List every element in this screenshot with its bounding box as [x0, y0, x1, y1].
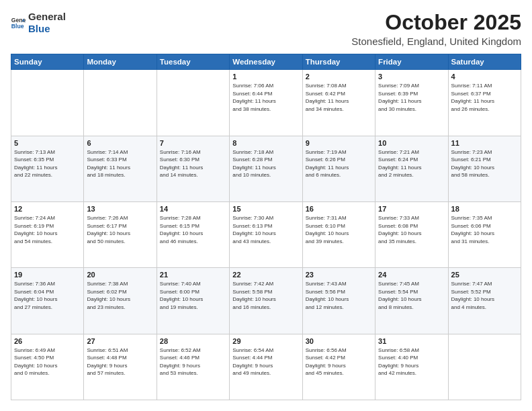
day-info: Sunrise: 7:18 AM Sunset: 6:28 PM Dayligh… [232, 148, 299, 179]
day-info: Sunrise: 6:54 AM Sunset: 4:44 PM Dayligh… [232, 347, 299, 377]
day-info: Sunrise: 6:49 AM Sunset: 4:50 PM Dayligh… [14, 347, 81, 377]
day-info: Sunrise: 7:42 AM Sunset: 5:58 PM Dayligh… [232, 280, 299, 311]
calendar-cell: 15Sunrise: 7:30 AM Sunset: 6:13 PM Dayli… [230, 201, 302, 267]
calendar-cell: 7Sunrise: 7:16 AM Sunset: 6:30 PM Daylig… [157, 136, 229, 201]
day-number: 16 [306, 205, 372, 213]
calendar-table: SundayMondayTuesdayWednesdayThursdayFrid… [11, 54, 521, 400]
calendar-cell: 18Sunrise: 7:35 AM Sunset: 6:06 PM Dayli… [448, 201, 521, 267]
day-info: Sunrise: 7:08 AM Sunset: 6:42 PM Dayligh… [306, 82, 372, 113]
calendar-cell: 26Sunrise: 6:49 AM Sunset: 4:50 PM Dayli… [11, 334, 84, 400]
day-info: Sunrise: 7:40 AM Sunset: 6:00 PM Dayligh… [160, 280, 226, 311]
calendar-cell: 9Sunrise: 7:19 AM Sunset: 6:26 PM Daylig… [302, 136, 375, 201]
calendar-cell: 12Sunrise: 7:24 AM Sunset: 6:19 PM Dayli… [11, 201, 84, 267]
calendar-cell [157, 70, 229, 136]
day-number: 28 [160, 337, 226, 345]
day-number: 19 [14, 271, 81, 279]
calendar-cell: 20Sunrise: 7:38 AM Sunset: 6:02 PM Dayli… [84, 268, 157, 334]
day-number: 27 [87, 337, 153, 345]
day-info: Sunrise: 6:52 AM Sunset: 4:46 PM Dayligh… [160, 347, 226, 377]
day-info: Sunrise: 7:35 AM Sunset: 6:06 PM Dayligh… [451, 214, 518, 245]
day-info: Sunrise: 6:56 AM Sunset: 4:42 PM Dayligh… [306, 347, 372, 377]
day-info: Sunrise: 7:09 AM Sunset: 6:39 PM Dayligh… [378, 82, 445, 113]
calendar-week-row: 26Sunrise: 6:49 AM Sunset: 4:50 PM Dayli… [11, 334, 521, 400]
day-info: Sunrise: 7:19 AM Sunset: 6:26 PM Dayligh… [306, 148, 372, 179]
calendar-cell: 23Sunrise: 7:43 AM Sunset: 5:56 PM Dayli… [302, 268, 375, 334]
day-number: 22 [232, 271, 299, 279]
day-number: 11 [451, 139, 518, 147]
header: General Blue General Blue October 2025 S… [11, 11, 521, 47]
calendar-day-header: Saturday [448, 54, 521, 70]
day-number: 24 [378, 271, 445, 279]
day-number: 26 [14, 337, 81, 345]
day-number: 8 [232, 139, 299, 147]
day-info: Sunrise: 7:28 AM Sunset: 6:15 PM Dayligh… [160, 214, 226, 245]
calendar-cell [84, 70, 157, 136]
day-info: Sunrise: 7:06 AM Sunset: 6:44 PM Dayligh… [232, 82, 299, 113]
logo-icon: General Blue [11, 15, 26, 30]
day-number: 7 [160, 139, 226, 147]
day-number: 29 [232, 337, 299, 345]
day-info: Sunrise: 7:33 AM Sunset: 6:08 PM Dayligh… [378, 214, 445, 245]
day-number: 20 [87, 271, 153, 279]
calendar-cell: 22Sunrise: 7:42 AM Sunset: 5:58 PM Dayli… [230, 268, 302, 334]
calendar-cell: 14Sunrise: 7:28 AM Sunset: 6:15 PM Dayli… [157, 201, 229, 267]
day-number: 14 [160, 205, 226, 213]
day-info: Sunrise: 7:21 AM Sunset: 6:24 PM Dayligh… [378, 148, 445, 179]
day-number: 31 [378, 337, 445, 345]
day-number: 3 [378, 73, 445, 81]
day-info: Sunrise: 7:23 AM Sunset: 6:21 PM Dayligh… [451, 148, 518, 179]
calendar-week-row: 19Sunrise: 7:36 AM Sunset: 6:04 PM Dayli… [11, 268, 521, 334]
day-info: Sunrise: 7:31 AM Sunset: 6:10 PM Dayligh… [306, 214, 372, 245]
day-info: Sunrise: 7:47 AM Sunset: 5:52 PM Dayligh… [451, 280, 518, 311]
calendar-cell: 2Sunrise: 7:08 AM Sunset: 6:42 PM Daylig… [302, 70, 375, 136]
day-number: 18 [451, 205, 518, 213]
day-info: Sunrise: 7:14 AM Sunset: 6:33 PM Dayligh… [87, 148, 153, 179]
svg-text:Blue: Blue [11, 23, 24, 30]
day-number: 9 [306, 139, 372, 147]
day-number: 2 [306, 73, 372, 81]
calendar-day-header: Tuesday [157, 54, 229, 70]
day-number: 5 [14, 139, 81, 147]
calendar-cell: 16Sunrise: 7:31 AM Sunset: 6:10 PM Dayli… [302, 201, 375, 267]
calendar-cell: 29Sunrise: 6:54 AM Sunset: 4:44 PM Dayli… [230, 334, 302, 400]
logo-blue: Blue [28, 23, 66, 35]
logo-general: General [28, 11, 66, 23]
day-number: 30 [306, 337, 372, 345]
calendar-day-header: Thursday [302, 54, 375, 70]
calendar-day-header: Sunday [11, 54, 84, 70]
day-number: 4 [451, 73, 518, 81]
calendar-cell: 25Sunrise: 7:47 AM Sunset: 5:52 PM Dayli… [448, 268, 521, 334]
calendar-week-row: 12Sunrise: 7:24 AM Sunset: 6:19 PM Dayli… [11, 201, 521, 267]
calendar-cell: 5Sunrise: 7:13 AM Sunset: 6:35 PM Daylig… [11, 136, 84, 201]
day-info: Sunrise: 7:24 AM Sunset: 6:19 PM Dayligh… [14, 214, 81, 245]
calendar-day-header: Friday [375, 54, 448, 70]
day-info: Sunrise: 6:51 AM Sunset: 4:48 PM Dayligh… [87, 347, 153, 377]
day-number: 13 [87, 205, 153, 213]
calendar-cell: 21Sunrise: 7:40 AM Sunset: 6:00 PM Dayli… [157, 268, 229, 334]
day-info: Sunrise: 7:11 AM Sunset: 6:37 PM Dayligh… [451, 82, 518, 113]
day-info: Sunrise: 7:38 AM Sunset: 6:02 PM Dayligh… [87, 280, 153, 311]
calendar-cell: 8Sunrise: 7:18 AM Sunset: 6:28 PM Daylig… [230, 136, 302, 201]
day-info: Sunrise: 6:58 AM Sunset: 4:40 PM Dayligh… [378, 347, 445, 377]
calendar-cell: 31Sunrise: 6:58 AM Sunset: 4:40 PM Dayli… [375, 334, 448, 400]
calendar-cell: 11Sunrise: 7:23 AM Sunset: 6:21 PM Dayli… [448, 136, 521, 201]
day-info: Sunrise: 7:45 AM Sunset: 5:54 PM Dayligh… [378, 280, 445, 311]
logo: General Blue General Blue [11, 11, 66, 35]
calendar-cell: 1Sunrise: 7:06 AM Sunset: 6:44 PM Daylig… [230, 70, 302, 136]
day-number: 10 [378, 139, 445, 147]
calendar-cell: 4Sunrise: 7:11 AM Sunset: 6:37 PM Daylig… [448, 70, 521, 136]
calendar-cell: 30Sunrise: 6:56 AM Sunset: 4:42 PM Dayli… [302, 334, 375, 400]
subtitle: Stonesfield, England, United Kingdom [351, 36, 521, 47]
calendar-cell: 6Sunrise: 7:14 AM Sunset: 6:33 PM Daylig… [84, 136, 157, 201]
day-number: 1 [232, 73, 299, 81]
day-number: 12 [14, 205, 81, 213]
page: General Blue General Blue October 2025 S… [0, 0, 532, 411]
day-info: Sunrise: 7:16 AM Sunset: 6:30 PM Dayligh… [160, 148, 226, 179]
day-number: 21 [160, 271, 226, 279]
day-info: Sunrise: 7:26 AM Sunset: 6:17 PM Dayligh… [87, 214, 153, 245]
title-block: October 2025 Stonesfield, England, Unite… [351, 11, 521, 47]
day-number: 25 [451, 271, 518, 279]
calendar-cell: 27Sunrise: 6:51 AM Sunset: 4:48 PM Dayli… [84, 334, 157, 400]
calendar-day-header: Wednesday [230, 54, 302, 70]
calendar-header-row: SundayMondayTuesdayWednesdayThursdayFrid… [11, 54, 521, 70]
